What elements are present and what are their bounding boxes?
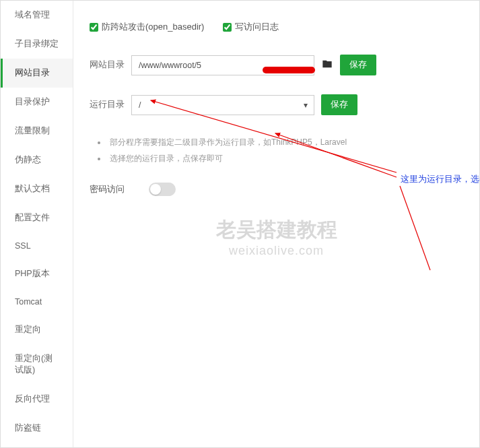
site-dir-save-button[interactable]: 保存: [340, 55, 376, 75]
password-access-toggle[interactable]: [149, 183, 176, 196]
sidebar-item-redirect-beta[interactable]: 重定向(测试版): [1, 344, 73, 385]
site-dir-input[interactable]: [131, 55, 314, 75]
sidebar-item-dir-protect[interactable]: 目录保护: [1, 88, 73, 117]
watermark-line1: 老吴搭建教程: [216, 216, 337, 244]
sidebar-item-subdir-bind[interactable]: 子目录绑定: [1, 30, 73, 59]
sidebar: 域名管理 子目录绑定 网站目录 目录保护 流量限制 伪静态 默认文档 配置文件 …: [1, 1, 73, 447]
sidebar-item-reverse-proxy[interactable]: 反向代理: [1, 385, 73, 414]
run-dir-save-button[interactable]: 保存: [321, 94, 357, 115]
notes-list: 部分程序需要指定二级目录作为运行目录，如ThinkPHP5，Laravel 选择…: [90, 134, 463, 166]
open-basedir-checkbox-wrap[interactable]: 防跨站攻击(open_basedir): [90, 21, 204, 33]
sidebar-item-hotlink[interactable]: 防盗链: [1, 414, 73, 443]
sidebar-item-site-dir[interactable]: 网站目录: [1, 59, 73, 88]
run-dir-label: 运行目录: [90, 99, 125, 110]
watermark-line2: weixiaolive.com: [216, 244, 337, 258]
svg-line-2: [400, 186, 430, 270]
main-panel: 防跨站攻击(open_basedir) 写访问日志 网站目录 保存 运行目录 /…: [73, 1, 479, 447]
sidebar-item-redirect[interactable]: 重定向: [1, 315, 73, 344]
note-item: 部分程序需要指定二级目录作为运行目录，如ThinkPHP5，Laravel: [107, 134, 463, 150]
open-basedir-checkbox[interactable]: [90, 23, 98, 32]
write-log-checkbox-wrap[interactable]: 写访问日志: [223, 21, 279, 33]
password-access-label: 密码访问: [90, 183, 125, 195]
sidebar-item-rewrite[interactable]: 伪静态: [1, 146, 73, 174]
sidebar-item-config-file[interactable]: 配置文件: [1, 203, 73, 232]
site-dir-label: 网站目录: [90, 59, 125, 71]
write-log-label: 写访问日志: [235, 21, 279, 33]
run-dir-select[interactable]: /: [131, 95, 314, 115]
sidebar-item-php-version[interactable]: PHP版本: [1, 259, 73, 288]
sidebar-item-default-doc[interactable]: 默认文档: [1, 174, 73, 203]
open-basedir-label: 防跨站攻击(open_basedir): [102, 21, 204, 33]
sidebar-item-traffic-limit[interactable]: 流量限制: [1, 117, 73, 146]
folder-icon[interactable]: [321, 59, 333, 71]
note-item: 选择您的运行目录，点保存即可: [107, 150, 463, 166]
sidebar-item-ssl[interactable]: SSL: [1, 232, 73, 259]
sidebar-item-tomcat[interactable]: Tomcat: [1, 288, 73, 315]
write-log-checkbox[interactable]: [223, 23, 232, 32]
sidebar-item-response-log[interactable]: 响应日志: [1, 443, 73, 447]
watermark: 老吴搭建教程 weixiaolive.com: [216, 216, 337, 258]
sidebar-item-domain[interactable]: 域名管理: [1, 1, 73, 30]
